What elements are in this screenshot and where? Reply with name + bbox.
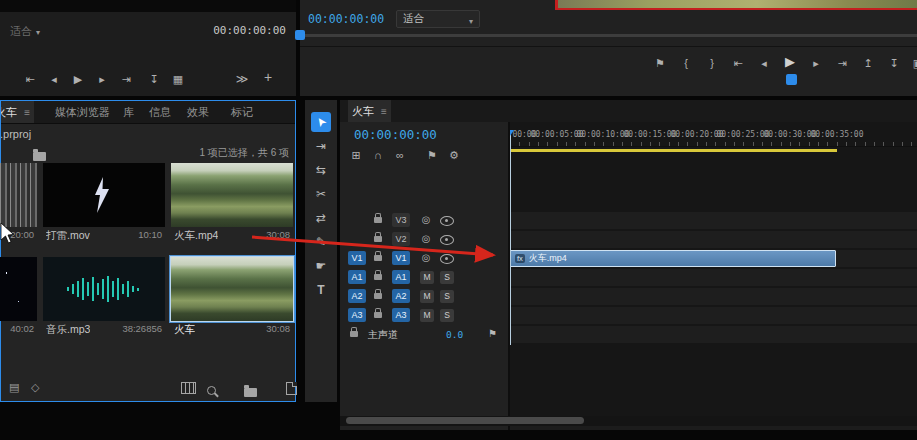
tab-info[interactable]: 信息	[145, 101, 175, 123]
step-back-button[interactable]: ◂	[756, 56, 772, 70]
go-to-out-button[interactable]: ⇥	[834, 56, 850, 70]
source-play-button[interactable]: ▶	[70, 72, 86, 86]
lift-button[interactable]: ↥	[860, 56, 876, 70]
track-name-a1[interactable]: A1	[392, 270, 410, 284]
pennant-icon[interactable]: ⚑	[488, 328, 497, 339]
track-lane-v2[interactable]	[510, 231, 917, 248]
project-item-partial-2[interactable]: 40:02	[0, 257, 37, 334]
ripple-edit-tool[interactable]: ⇆	[311, 160, 331, 180]
solo-button[interactable]: S	[440, 309, 454, 322]
mark-out-button[interactable]: }	[704, 56, 720, 70]
mark-in-button[interactable]: {	[678, 56, 694, 70]
tab-project[interactable]: 项目: 火车≡	[1, 101, 34, 123]
track-lane-a1[interactable]	[510, 269, 917, 286]
icon-view-button[interactable]: ◇	[31, 381, 39, 394]
source-go-to-in-button[interactable]: ⇤	[22, 72, 38, 86]
master-volume-value[interactable]: 0.0	[446, 329, 463, 340]
selection-tool[interactable]: ➤	[311, 112, 331, 132]
toggle-output-eye-icon[interactable]	[440, 216, 454, 226]
source-patch-a1[interactable]: A1	[348, 270, 366, 284]
proxy-toggle-button[interactable]	[786, 74, 797, 85]
sync-lock-icon[interactable]: ◎	[418, 213, 434, 227]
new-item-button[interactable]	[286, 382, 297, 395]
automate-to-sequence-button[interactable]	[181, 382, 196, 394]
lock-icon[interactable]	[374, 217, 382, 223]
lock-icon[interactable]	[350, 331, 358, 337]
track-name-v3[interactable]: V3	[392, 213, 410, 227]
lock-icon[interactable]	[374, 274, 382, 280]
export-frame-button[interactable]: ▣	[910, 56, 917, 70]
thumbnail	[0, 257, 37, 321]
program-zoom-select[interactable]: 适合▾	[396, 10, 480, 28]
snap-toggle[interactable]: ∩	[370, 148, 386, 162]
mute-button[interactable]: M	[420, 271, 434, 284]
slip-tool[interactable]: ⇄	[311, 208, 331, 228]
timeline-clip-train[interactable]: fx 火车.mp4	[510, 250, 836, 267]
timeline-settings-button[interactable]: ⚙	[446, 148, 462, 162]
work-area-bar[interactable]	[510, 149, 837, 152]
tab-libraries[interactable]: 库	[119, 101, 138, 123]
time-ruler[interactable]: 00:00:00:00 00:00:05:00 00:00:10:00 00:0…	[510, 130, 917, 147]
program-timecode[interactable]: 00:00:00:00	[308, 12, 384, 26]
program-playhead-handle[interactable]	[295, 30, 305, 40]
mute-button[interactable]: M	[420, 290, 434, 303]
add-marker-button[interactable]: ⚑	[424, 148, 440, 162]
track-lane-a3[interactable]	[510, 307, 917, 324]
project-item-train-sequence[interactable]: 火车30:08	[171, 257, 293, 337]
item-duration: 40:02	[10, 323, 34, 334]
track-lane-v3[interactable]	[510, 212, 917, 229]
track-name-a3[interactable]: A3	[392, 308, 410, 322]
lock-icon[interactable]	[374, 312, 382, 318]
add-button-editor-button[interactable]: +	[260, 70, 276, 84]
find-button[interactable]	[207, 386, 216, 395]
track-lane-a2[interactable]	[510, 288, 917, 305]
source-overwrite-button[interactable]: ▦	[170, 72, 186, 86]
project-item-thunder[interactable]: 打雷.mov10:10	[43, 163, 165, 243]
playhead-head[interactable]	[510, 130, 514, 136]
panel-menu-icon[interactable]: ≡	[381, 106, 387, 117]
list-view-button[interactable]: ▤	[9, 381, 19, 394]
tab-effects[interactable]: 效果	[183, 101, 213, 123]
extract-button[interactable]: ↧	[886, 56, 902, 70]
track-header-a1: A1 A1 M S	[340, 269, 508, 286]
timeline-timecode[interactable]: 00:00:00:00	[354, 127, 437, 142]
chevron-down-icon: ▾	[469, 14, 473, 29]
mute-button[interactable]: M	[420, 309, 434, 322]
nest-insert-toggle[interactable]: ⊞	[348, 148, 364, 162]
add-marker-button[interactable]: ⚑	[652, 56, 668, 70]
play-button[interactable]: ▶	[782, 55, 798, 69]
source-timecode[interactable]: 00:00:00:00	[186, 24, 286, 37]
go-to-in-button[interactable]: ⇤	[730, 56, 746, 70]
lock-icon[interactable]	[374, 293, 382, 299]
solo-button[interactable]: S	[440, 271, 454, 284]
timeline-scrollbar-handle[interactable]	[346, 417, 584, 424]
source-step-back-button[interactable]: ◂	[46, 72, 62, 86]
track-select-tool[interactable]: ⇥	[311, 136, 331, 156]
panel-menu-icon[interactable]: ≡	[24, 107, 30, 118]
tab-markers[interactable]: 标记	[227, 101, 257, 123]
solo-button[interactable]: S	[440, 290, 454, 303]
folder-up-icon[interactable]	[33, 152, 46, 161]
source-insert-button[interactable]: ↧	[146, 72, 162, 86]
step-forward-button[interactable]: ▸	[808, 56, 824, 70]
source-patch-a2[interactable]: A2	[348, 289, 366, 303]
tab-media-browser[interactable]: 媒体浏览器	[51, 101, 114, 123]
thumbnail	[43, 163, 165, 227]
program-seek-bar[interactable]	[300, 34, 917, 37]
timeline-scrollbar-track[interactable]	[340, 416, 917, 426]
razor-tool[interactable]: ✂	[311, 184, 331, 204]
source-step-forward-button[interactable]: ▸	[94, 72, 110, 86]
project-file-name[interactable]: 火车.prproj	[1, 127, 31, 141]
overflow-menu-button[interactable]: ≫	[234, 72, 250, 86]
source-go-to-out-button[interactable]: ⇥	[118, 72, 134, 86]
project-item-music[interactable]: 音乐.mp338:26856	[43, 257, 165, 337]
source-patch-a3[interactable]: A3	[348, 308, 366, 322]
type-tool[interactable]: T	[311, 280, 331, 300]
track-name-a2[interactable]: A2	[392, 289, 410, 303]
new-bin-button[interactable]	[244, 388, 257, 397]
ruler-label: 00:00:30:00	[764, 130, 817, 139]
linked-selection-toggle[interactable]: ∞	[392, 148, 408, 162]
source-zoom-select[interactable]: 适合▾	[10, 24, 40, 39]
tab-sequence[interactable]: 火车≡	[348, 100, 391, 122]
track-lane-master[interactable]	[510, 326, 917, 343]
